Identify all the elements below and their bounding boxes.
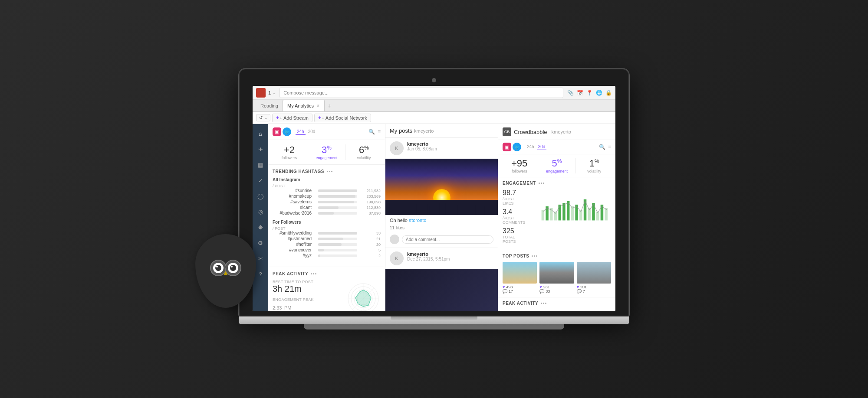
hashtag-bar	[318, 206, 339, 209]
add-social-network-button[interactable]: + + Add Social Network	[314, 114, 371, 122]
svg-point-46	[231, 266, 233, 268]
cb-engagement-value: 5%	[540, 158, 573, 169]
hashtag-bar-wrap	[318, 201, 357, 203]
hashtag-row: #vancouver 5	[273, 248, 381, 252]
attachment-icon[interactable]: 📎	[567, 89, 574, 96]
crowdbabble-title: Crowdbabble	[514, 129, 547, 135]
trending-hashtags-title: TRENDING HASHTAGS	[273, 169, 381, 174]
comment-avatar	[390, 235, 399, 244]
crowdbabble-username: kmeyerto	[552, 129, 571, 134]
sidebar-icon-analytics[interactable]: ▦	[254, 159, 266, 171]
post-avatar-1: K	[390, 141, 404, 155]
crowdbabble-header: CB Crowdbabble kmeyerto	[498, 124, 615, 140]
engagement-peak-label: ENGAGEMENT PEAK	[273, 297, 342, 302]
top-post-comments-3: 7	[583, 289, 585, 294]
post-image-1	[385, 159, 498, 215]
app-header: 1 ⌄ 📎 📅 📍 🌐 🔒	[253, 86, 615, 100]
time-24h-button[interactable]: 24h	[296, 129, 306, 135]
hashtag-bar	[318, 254, 320, 257]
sidebar-icon-home[interactable]: ⌂	[254, 127, 266, 140]
crowdbabble-logo: CB	[503, 127, 511, 136]
sidebar-icon-contacts[interactable]: ◯	[254, 190, 266, 202]
engagement-dots-menu[interactable]	[539, 183, 544, 184]
refresh-button[interactable]: ↺ ⌄	[256, 114, 270, 121]
hashtag-name: #nofilter	[273, 242, 312, 247]
cb-time-24h[interactable]: 24h	[526, 144, 536, 150]
time-30d-button[interactable]: 30d	[307, 129, 317, 135]
search-icon[interactable]: 🔍	[368, 129, 375, 135]
hashtag-count: 211,982	[363, 189, 381, 193]
engagement-peak-row: ENGAGEMENT PEAK 2:33 PM	[273, 297, 342, 311]
top-post-stats-1: ♥498 💬17	[503, 285, 537, 294]
cb-menu-icon[interactable]: ≡	[608, 144, 611, 150]
volatility-value: 6%	[347, 144, 381, 156]
avatar	[256, 88, 266, 98]
sidebar-icon-puzzle[interactable]: ❋	[254, 221, 266, 233]
tab-close-icon[interactable]: ✕	[316, 104, 320, 108]
laptop-stand	[304, 324, 564, 329]
svg-rect-22	[487, 204, 495, 215]
account-number: 1	[268, 90, 271, 95]
tab-add-button[interactable]: +	[325, 102, 333, 109]
cb-followers-label: followers	[503, 169, 536, 173]
top-post-likes-3: 201	[580, 285, 587, 289]
compose-bar[interactable]	[279, 88, 563, 98]
posts-username: kmeyerto	[414, 128, 434, 134]
hashtag-row: #saveferris 198,098	[273, 199, 381, 204]
peak-dots-menu[interactable]	[311, 273, 316, 274]
hashtag-row: #budweiser2016 87,898	[273, 211, 381, 215]
post-info-2: kmeyerto Dec 27, 2015, 5:51pm	[407, 251, 493, 261]
followers-hashtags: #smithlywedding 33 #justmarried 21 #nofi…	[273, 231, 381, 258]
hashtag-name: #justmarried	[273, 236, 312, 241]
owl-face	[206, 253, 245, 289]
lock-icon[interactable]: 🔒	[605, 89, 612, 96]
top-posts-title: TOP POSTS	[503, 254, 611, 258]
top-post-3: ♥201 💬7	[577, 262, 611, 294]
hashtag-name: #nomakeup	[273, 194, 312, 199]
post-date-1: Jan 05, 8:08am	[407, 147, 493, 151]
sidebar-icon-teams[interactable]: ◎	[254, 206, 266, 218]
engagement-value: 3%	[310, 144, 343, 156]
cb-time-30d[interactable]: 30d	[537, 144, 547, 150]
hashtag-row: #nofilter 20	[273, 242, 381, 247]
sidebar-icon-compose[interactable]: ✈	[254, 143, 266, 155]
hashtag-bar	[318, 238, 343, 240]
twitter-icon: 🐦	[283, 127, 291, 136]
tab-my-analytics[interactable]: My Analytics ✕	[283, 100, 325, 111]
menu-icon[interactable]: ≡	[378, 129, 381, 135]
comment-input[interactable]	[402, 235, 493, 244]
svg-rect-30	[571, 206, 574, 220]
top-posts-section: TOP POSTS ♥498 💬17	[498, 250, 615, 297]
top-posts-grid: ♥498 💬17 ♥231 💬33	[503, 262, 611, 294]
trending-hashtags-section: TRENDING HASHTAGS All Instagram / POST	[268, 165, 385, 267]
top-post-img-2	[539, 262, 574, 284]
hashtag-row: #icant 112,839	[273, 205, 381, 210]
sidebar-icon-tasks[interactable]: ✓	[254, 174, 266, 186]
hashtag-bar-wrap	[318, 249, 357, 251]
cb-volatility-value: 1%	[578, 158, 611, 169]
add-stream-button[interactable]: + + Add Stream	[272, 114, 312, 122]
cb-peak-dots-menu[interactable]	[541, 303, 546, 304]
post-meta-2: K kmeyerto Dec 27, 2015, 5:51pm	[385, 248, 498, 269]
crowdbabble-social-row: ▣ 🐦 24h 30d 🔍 ≡	[498, 140, 615, 154]
tab-reading[interactable]: Reading	[256, 100, 283, 111]
compose-input[interactable]	[283, 90, 559, 95]
svg-rect-15	[417, 204, 427, 215]
calendar-icon[interactable]: 📅	[576, 89, 583, 96]
post-hashtag-link[interactable]: #toronto	[409, 218, 426, 223]
time-buttons: 24h 30d	[296, 129, 316, 135]
posts-sub: POSTS	[503, 239, 537, 244]
globe-icon[interactable]: 🌐	[595, 89, 602, 96]
top-posts-dots-menu[interactable]	[532, 255, 537, 257]
cb-search-icon[interactable]: 🔍	[599, 144, 605, 150]
trending-dots-menu[interactable]	[327, 171, 332, 172]
all-instagram-label: All Instagram	[273, 177, 381, 182]
posts-header: My posts kmeyerto	[385, 124, 498, 138]
comments-label: /post	[503, 216, 537, 220]
hashtag-count: 198,098	[363, 200, 381, 204]
location-icon[interactable]: 📍	[586, 89, 593, 96]
svg-point-44	[230, 265, 236, 271]
analytics-panel-header: ▣ 🐦 24h 30d 🔍 ≡	[268, 124, 385, 140]
hashtag-count: 87,898	[363, 211, 381, 215]
cb-panel-actions: 🔍 ≡	[599, 144, 611, 150]
